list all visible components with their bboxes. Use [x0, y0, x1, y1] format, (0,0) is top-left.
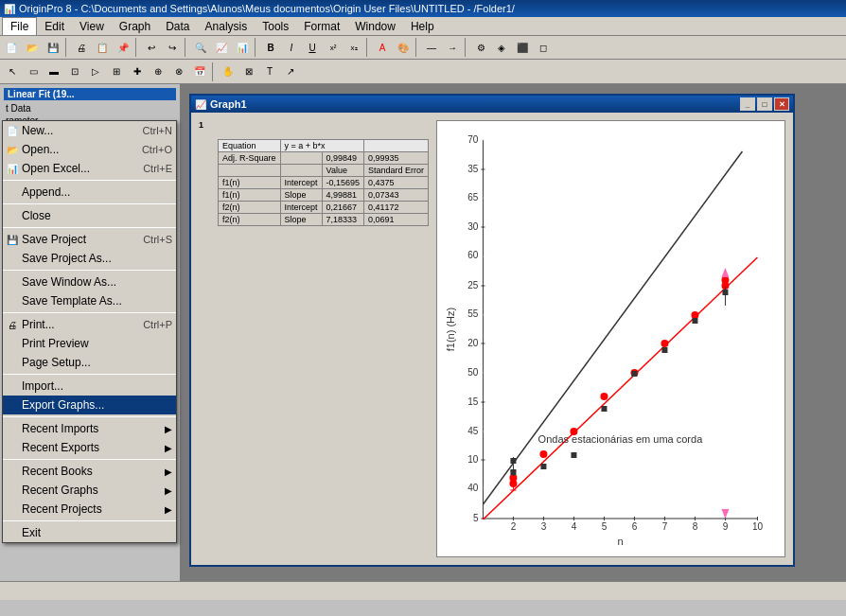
- tb-zoom-in[interactable]: 🔍: [190, 38, 211, 57]
- menu-page-setup[interactable]: Page Setup...: [3, 353, 176, 372]
- stats-cell-empty: [364, 140, 429, 152]
- import-icon: [5, 378, 20, 394]
- menu-exit[interactable]: Exit: [3, 523, 176, 542]
- tb-fill-color[interactable]: 🎨: [393, 38, 414, 57]
- tb2-draw2[interactable]: ⊕: [148, 62, 168, 81]
- tb-extra4[interactable]: ◻: [533, 38, 554, 57]
- excel-icon: 📊: [5, 161, 20, 176]
- tb-table[interactable]: 📊: [232, 38, 253, 57]
- tb-subscript[interactable]: x₂: [344, 38, 364, 57]
- tb-arrow[interactable]: →: [442, 38, 463, 57]
- tb2-draw3[interactable]: ⊗: [168, 62, 189, 81]
- stats-table: Equation y = a + b*x Adj. R-Square 0,998…: [218, 139, 429, 226]
- menu-recent-graphs[interactable]: Recent Graphs ▶: [3, 481, 176, 500]
- save-shortcut: Ctrl+S: [143, 234, 172, 245]
- tb-print[interactable]: 🖨: [71, 38, 92, 57]
- menu-save-window-as[interactable]: Save Window As...: [3, 273, 176, 291]
- tb2-pointer[interactable]: ↖: [2, 62, 23, 81]
- stats-cell-empty2: [280, 152, 322, 165]
- menu-tools[interactable]: Tools: [255, 18, 296, 35]
- tb-underline[interactable]: U: [302, 38, 323, 57]
- stats-cell-v1: -0,15695: [322, 177, 364, 189]
- divider-2: [3, 203, 176, 204]
- tb-superscript[interactable]: x²: [323, 38, 344, 57]
- tb2-rect3[interactable]: ⊡: [64, 62, 85, 81]
- menu-help[interactable]: Help: [403, 18, 442, 35]
- tb2-hand[interactable]: ✋: [218, 62, 238, 81]
- menu-recent-books[interactable]: Recent Books ▶: [3, 462, 176, 481]
- tb-extra1[interactable]: ⚙: [470, 38, 491, 57]
- red-dot-3: [540, 450, 548, 458]
- append-icon: [5, 185, 20, 200]
- tb-open[interactable]: 📂: [22, 38, 43, 57]
- menu-print[interactable]: 🖨 Print... Ctrl+P: [3, 315, 176, 334]
- menu-view[interactable]: View: [72, 18, 112, 35]
- tb-bold[interactable]: B: [260, 38, 281, 57]
- stats-cell-v2: 4,99881: [322, 189, 364, 202]
- menu-recent-exports[interactable]: Recent Exports ▶: [3, 438, 176, 457]
- svg-text:10: 10: [467, 454, 479, 465]
- svg-rect-0: [446, 121, 777, 556]
- tb-new[interactable]: 📄: [1, 38, 22, 57]
- divider-6: [3, 374, 176, 375]
- svg-text:20: 20: [467, 338, 479, 348]
- tb2-zoom[interactable]: ⊞: [106, 62, 127, 81]
- tb-extra3[interactable]: ⬛: [512, 38, 533, 57]
- stats-label: 1: [199, 120, 429, 130]
- menu-save-template-as[interactable]: Save Template As...: [3, 291, 176, 310]
- menu-format[interactable]: Format: [296, 18, 347, 35]
- menu-print-preview[interactable]: Print Preview: [3, 334, 176, 353]
- svg-text:50: 50: [467, 367, 479, 378]
- menu-recent-projects[interactable]: Recent Projects ▶: [3, 500, 176, 519]
- menu-close[interactable]: Close: [3, 206, 176, 225]
- svg-text:3: 3: [541, 521, 547, 532]
- tb-copy[interactable]: 📋: [92, 38, 113, 57]
- tb2-rect2[interactable]: ▬: [44, 62, 64, 81]
- red-dot-8: [692, 311, 699, 319]
- menu-save-project[interactable]: 💾 Save Project Ctrl+S: [3, 230, 176, 249]
- menu-edit[interactable]: Edit: [37, 18, 72, 35]
- toolbar-area-1: 📄 📂 💾 🖨 📋 📌 ↩ ↪ 🔍 📈 📊 B I U x² x₂ A 🎨 — …: [0, 36, 846, 60]
- black-sq-7: [662, 347, 668, 353]
- menu-data[interactable]: Data: [158, 18, 197, 35]
- close-button[interactable]: ✕: [774, 97, 789, 111]
- tb2-draw1[interactable]: ✚: [127, 62, 148, 81]
- menu-append[interactable]: Append...: [3, 183, 176, 202]
- minimize-button[interactable]: _: [740, 97, 755, 111]
- menu-graph[interactable]: Graph: [112, 18, 158, 35]
- tb2-arrow2[interactable]: ↗: [280, 62, 301, 81]
- tb-extra2[interactable]: ◈: [491, 38, 512, 57]
- tb-italic[interactable]: I: [281, 38, 302, 57]
- menu-analysis[interactable]: Analysis: [198, 18, 256, 35]
- tb-undo[interactable]: ↩: [141, 38, 162, 57]
- menu-recent-imports[interactable]: Recent Imports ▶: [3, 419, 176, 438]
- menu-open-excel[interactable]: 📊 Open Excel... Ctrl+E: [3, 159, 176, 178]
- menu-new[interactable]: 📄 New... Ctrl+N: [3, 121, 176, 140]
- menu-import[interactable]: Import...: [3, 377, 176, 396]
- tb2-sep1: [212, 62, 216, 81]
- menu-save-project-as[interactable]: Save Project As...: [3, 249, 176, 268]
- red-dot-7: [661, 340, 669, 347]
- tb2-text[interactable]: T: [259, 62, 280, 81]
- tb2-draw4[interactable]: 📅: [189, 62, 210, 81]
- menu-file[interactable]: File: [2, 17, 37, 35]
- tb2-rect[interactable]: ▭: [23, 62, 44, 81]
- tb2-select[interactable]: ⊠: [238, 62, 259, 81]
- maximize-button[interactable]: □: [757, 97, 772, 111]
- menu-export-graphs[interactable]: Export Graphs...: [3, 396, 176, 414]
- black-sq-3: [541, 464, 547, 469]
- tb2-rect4[interactable]: ▷: [85, 62, 106, 81]
- tb-paste[interactable]: 📌: [113, 38, 133, 57]
- svg-text:70: 70: [467, 134, 479, 145]
- tb-redo[interactable]: ↪: [162, 38, 183, 57]
- save-window-icon: [5, 274, 20, 290]
- menu-open[interactable]: 📂 Open... Ctrl+O: [3, 140, 176, 159]
- stats-cell-se3: 0,41172: [364, 202, 429, 214]
- stats-cell-se1: 0,4375: [364, 177, 429, 189]
- menu-window[interactable]: Window: [347, 18, 403, 35]
- tb-font-color[interactable]: A: [372, 38, 393, 57]
- tb-save[interactable]: 💾: [43, 38, 63, 57]
- stats-cell-se4: 0,0691: [364, 214, 429, 226]
- tb-line[interactable]: —: [421, 38, 442, 57]
- tb-graph[interactable]: 📈: [211, 38, 232, 57]
